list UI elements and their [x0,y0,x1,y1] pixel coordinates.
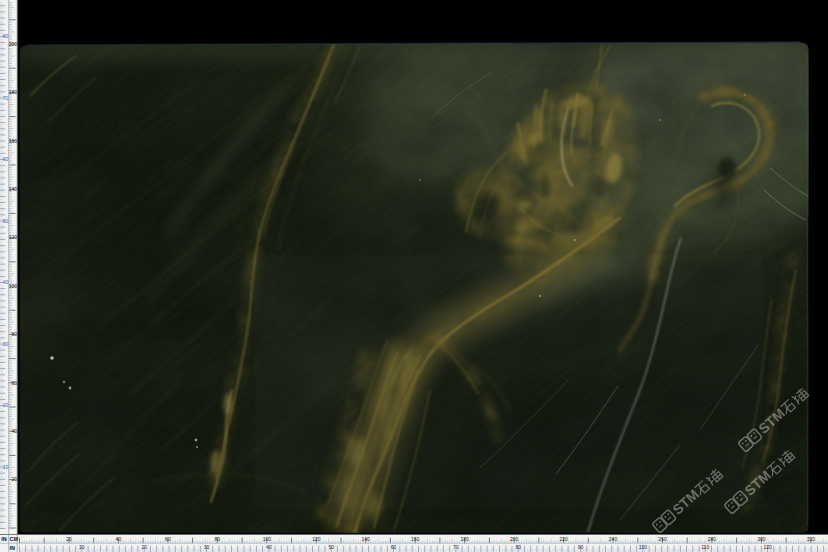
svg-text:CM: CM [10,536,19,542]
svg-text:120: 120 [312,536,321,542]
svg-text:300: 300 [757,536,766,542]
svg-text:30: 30 [3,341,9,347]
svg-text:IN: IN [1,536,7,542]
svg-text:90: 90 [578,544,584,550]
svg-text:180: 180 [460,536,469,542]
svg-text:110: 110 [701,544,709,550]
svg-text:100: 100 [9,283,18,289]
svg-text:80: 80 [215,536,221,542]
svg-text:100: 100 [639,544,648,550]
svg-text:80: 80 [515,544,521,550]
svg-text:60: 60 [391,544,397,550]
svg-text:200: 200 [510,536,519,542]
svg-text:20: 20 [66,536,72,542]
svg-text:120: 120 [9,234,18,240]
svg-text:10: 10 [79,544,85,550]
svg-text:40: 40 [11,428,17,434]
svg-text:80: 80 [11,331,17,337]
svg-text:20: 20 [141,544,147,550]
svg-text:320: 320 [807,536,816,542]
svg-text:IN: IN [10,545,16,551]
svg-text:160: 160 [411,536,420,542]
svg-text:180: 180 [9,89,18,95]
svg-text:30: 30 [204,544,210,550]
svg-text:100: 100 [263,536,272,542]
svg-text:20: 20 [11,476,17,482]
svg-text:70: 70 [453,544,459,550]
svg-text:140: 140 [362,536,371,542]
svg-text:140: 140 [9,186,18,192]
svg-text:40: 40 [3,279,9,285]
svg-text:80: 80 [3,33,9,39]
svg-text:50: 50 [328,544,334,550]
svg-text:260: 260 [658,536,667,542]
svg-text:120: 120 [763,544,772,550]
svg-text:60: 60 [3,156,9,162]
svg-text:20: 20 [3,402,9,408]
svg-text:50: 50 [3,218,9,224]
svg-text:60: 60 [11,380,17,386]
svg-text:40: 40 [116,536,122,542]
svg-text:200: 200 [9,41,18,47]
svg-text:220: 220 [559,536,568,542]
svg-text:40: 40 [266,544,272,550]
svg-text:70: 70 [3,95,9,101]
svg-text:240: 240 [609,536,618,542]
svg-text:280: 280 [708,536,717,542]
svg-text:60: 60 [165,536,171,542]
svg-text:160: 160 [9,138,18,144]
svg-text:10: 10 [3,464,9,470]
